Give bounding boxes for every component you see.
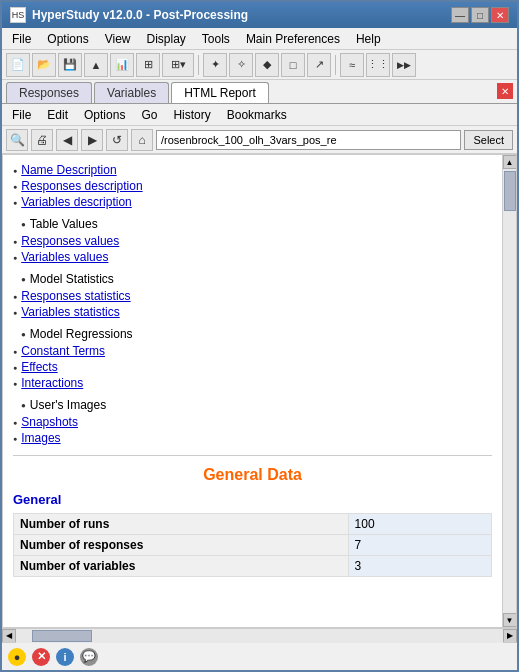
submenu-options[interactable]: Options (78, 106, 131, 124)
nav-link-users-images[interactable]: User's Images (30, 398, 106, 412)
nav-link-snapshots[interactable]: Snapshots (21, 415, 78, 429)
scroll-up-button[interactable]: ▲ (503, 155, 517, 169)
print-icon[interactable]: 🖨 (31, 129, 53, 151)
sep2 (335, 55, 336, 75)
menu-help[interactable]: Help (350, 30, 387, 48)
submenu-bookmarks[interactable]: Bookmarks (221, 106, 293, 124)
submenu-file[interactable]: File (6, 106, 37, 124)
nav-item-interactions: Interactions (13, 376, 492, 390)
vertical-scrollbar: ▲ ▼ (502, 155, 516, 627)
back-button[interactable]: ◀ (56, 129, 78, 151)
addressbar: 🔍 🖨 ◀ ▶ ↺ ⌂ Select (2, 126, 517, 154)
scroll-thumb[interactable] (504, 171, 516, 211)
nav-link-name-desc[interactable]: Name Description (21, 163, 116, 177)
submenu-go[interactable]: Go (135, 106, 163, 124)
nav-link-responses-desc[interactable]: Responses description (21, 179, 142, 193)
toolbar-grid[interactable]: ⊞ (136, 53, 160, 77)
nav-section-users-images: User's Images (21, 398, 492, 412)
nav-link-model-regressions[interactable]: Model Regressions (30, 327, 133, 341)
close-button[interactable]: ✕ (491, 7, 509, 23)
hscroll-track[interactable] (16, 629, 503, 643)
main-window: HS HyperStudy v12.0.0 - Post-Processing … (0, 0, 519, 672)
sep1 (198, 55, 199, 75)
nav-link-table-values[interactable]: Table Values (30, 217, 98, 231)
nav-item-effects: Effects (13, 360, 492, 374)
menu-options[interactable]: Options (41, 30, 94, 48)
window-title: HyperStudy v12.0.0 - Post-Processing (32, 8, 248, 22)
toolbar-square[interactable]: □ (281, 53, 305, 77)
select-button[interactable]: Select (464, 130, 513, 150)
nav-link-images[interactable]: Images (21, 431, 60, 445)
toolbar-chart[interactable]: 📊 (110, 53, 134, 77)
nav-link-variables-values[interactable]: Variables values (21, 250, 108, 264)
app-icon: HS (10, 7, 26, 23)
nav-link-responses-statistics[interactable]: Responses statistics (21, 289, 130, 303)
nav-link-effects[interactable]: Effects (21, 360, 57, 374)
value-variables: 3 (348, 556, 491, 577)
nav-link-model-stats[interactable]: Model Statistics (30, 272, 114, 286)
nav-link-interactions[interactable]: Interactions (21, 376, 83, 390)
tab-html-report[interactable]: HTML Report (171, 82, 269, 103)
content-divider (13, 455, 492, 456)
submenu-edit[interactable]: Edit (41, 106, 74, 124)
submenu-history[interactable]: History (167, 106, 216, 124)
status-message-icon[interactable]: 💬 (80, 648, 98, 666)
scroll-right-button[interactable]: ▶ (503, 629, 517, 643)
maximize-button[interactable]: □ (471, 7, 489, 23)
titlebar-left: HS HyperStudy v12.0.0 - Post-Processing (10, 7, 248, 23)
nav-list-top: Name Description Responses description V… (13, 163, 492, 209)
toolbar-save[interactable]: 💾 (58, 53, 82, 77)
toolbar-run[interactable]: ▲ (84, 53, 108, 77)
nav-section-model-regressions: Model Regressions (21, 327, 492, 341)
toolbar-open[interactable]: 📂 (32, 53, 56, 77)
forward-button[interactable]: ▶ (81, 129, 103, 151)
page-title: General Data (13, 466, 492, 484)
nav-list-model-stats: Responses statistics Variables statistic… (13, 289, 492, 319)
scroll-left-button[interactable]: ◀ (2, 629, 16, 643)
nav-icon[interactable]: 🔍 (6, 129, 28, 151)
nav-link-responses-values[interactable]: Responses values (21, 234, 119, 248)
section-subtitle-general: General (13, 492, 492, 507)
hscroll-thumb[interactable] (32, 630, 92, 642)
menu-main-preferences[interactable]: Main Preferences (240, 30, 346, 48)
tab-responses[interactable]: Responses (6, 82, 92, 103)
toolbar-scatter[interactable]: ✦ (203, 53, 227, 77)
toolbar-nodes[interactable]: ⋮⋮ (366, 53, 390, 77)
value-responses: 7 (348, 535, 491, 556)
home-button[interactable]: ⌂ (131, 129, 153, 151)
nav-item-variables-statistics: Variables statistics (13, 305, 492, 319)
statusbar: ● ✕ i 💬 (2, 642, 517, 670)
scroll-track[interactable] (503, 169, 517, 613)
nav-link-variables-desc[interactable]: Variables description (21, 195, 132, 209)
horizontal-scrollbar: ◀ ▶ (2, 628, 517, 642)
reload-button[interactable]: ↺ (106, 129, 128, 151)
nav-item-name-desc: Name Description (13, 163, 492, 177)
label-responses: Number of responses (14, 535, 349, 556)
scroll-down-button[interactable]: ▼ (503, 613, 517, 627)
status-warning-icon[interactable]: ● (8, 648, 26, 666)
toolbar-arrow[interactable]: ↗ (307, 53, 331, 77)
toolbar: 📄 📂 💾 ▲ 📊 ⊞ ⊞▾ ✦ ✧ ◆ □ ↗ ≈ ⋮⋮ ▶▶ (2, 50, 517, 80)
tab-close-button[interactable]: ✕ (497, 83, 513, 99)
menu-tools[interactable]: Tools (196, 30, 236, 48)
tab-variables[interactable]: Variables (94, 82, 169, 103)
menu-display[interactable]: Display (141, 30, 192, 48)
menu-file[interactable]: File (6, 30, 37, 48)
toolbar-extra[interactable]: ⊞▾ (162, 53, 194, 77)
nav-link-constant-terms[interactable]: Constant Terms (21, 344, 105, 358)
status-error-icon[interactable]: ✕ (32, 648, 50, 666)
minimize-button[interactable]: — (451, 7, 469, 23)
toolbar-diamond[interactable]: ◆ (255, 53, 279, 77)
toolbar-wave[interactable]: ≈ (340, 53, 364, 77)
address-input[interactable] (156, 130, 461, 150)
titlebar-controls: — □ ✕ (451, 7, 509, 23)
nav-link-variables-statistics[interactable]: Variables statistics (21, 305, 119, 319)
general-data-table: Number of runs 100 Number of responses 7… (13, 513, 492, 577)
status-info-icon[interactable]: i (56, 648, 74, 666)
content-area: Name Description Responses description V… (3, 155, 502, 627)
toolbar-extra2[interactable]: ▶▶ (392, 53, 416, 77)
toolbar-scatter2[interactable]: ✧ (229, 53, 253, 77)
menu-view[interactable]: View (99, 30, 137, 48)
toolbar-new[interactable]: 📄 (6, 53, 30, 77)
nav-item-constant-terms: Constant Terms (13, 344, 492, 358)
